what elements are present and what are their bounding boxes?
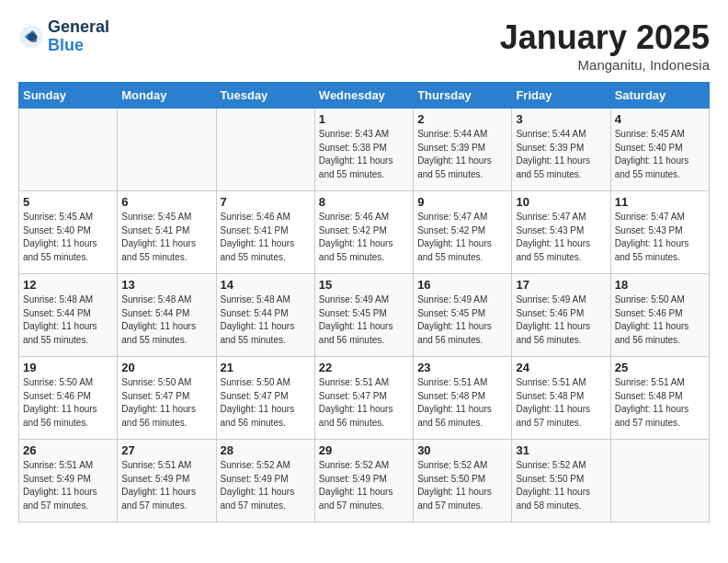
day-number: 11: [615, 195, 705, 209]
cell-info: Sunrise: 5:43 AM Sunset: 5:38 PM Dayligh…: [319, 128, 409, 181]
day-number: 25: [615, 361, 705, 374]
calendar-cell: 14Sunrise: 5:48 AM Sunset: 5:44 PM Dayli…: [216, 274, 314, 357]
day-number: 26: [23, 443, 113, 457]
week-row-4: 19Sunrise: 5:50 AM Sunset: 5:46 PM Dayli…: [19, 357, 710, 440]
calendar-subtitle: Manganitu, Indonesia: [500, 57, 710, 73]
weekday-header-monday: Monday: [118, 83, 216, 109]
day-number: 7: [221, 195, 311, 209]
calendar-cell: 19Sunrise: 5:50 AM Sunset: 5:46 PM Dayli…: [19, 357, 118, 440]
calendar-cell: 2Sunrise: 5:44 AM Sunset: 5:39 PM Daylig…: [414, 109, 512, 191]
calendar-cell: 7Sunrise: 5:46 AM Sunset: 5:41 PM Daylig…: [216, 191, 314, 274]
calendar-cell: 23Sunrise: 5:51 AM Sunset: 5:48 PM Dayli…: [414, 357, 512, 440]
cell-info: Sunrise: 5:49 AM Sunset: 5:45 PM Dayligh…: [417, 293, 507, 347]
day-number: 14: [221, 278, 311, 292]
cell-info: Sunrise: 5:47 AM Sunset: 5:42 PM Dayligh…: [417, 211, 507, 264]
day-number: 23: [417, 361, 507, 374]
cell-info: Sunrise: 5:51 AM Sunset: 5:47 PM Dayligh…: [319, 376, 409, 430]
calendar-table: SundayMondayTuesdayWednesdayThursdayFrid…: [18, 82, 710, 523]
title-block: January 2025 Manganitu, Indonesia: [500, 18, 710, 73]
logo: GeneralBlue: [18, 18, 109, 55]
calendar-cell: 22Sunrise: 5:51 AM Sunset: 5:47 PM Dayli…: [314, 357, 413, 440]
week-row-3: 12Sunrise: 5:48 AM Sunset: 5:44 PM Dayli…: [19, 274, 710, 357]
calendar-cell: 26Sunrise: 5:51 AM Sunset: 5:49 PM Dayli…: [19, 440, 118, 523]
logo-text: GeneralBlue: [48, 18, 109, 55]
day-number: 21: [221, 361, 311, 374]
cell-info: Sunrise: 5:48 AM Sunset: 5:44 PM Dayligh…: [23, 293, 113, 347]
calendar-cell: [118, 109, 216, 191]
calendar-cell: [19, 109, 118, 191]
cell-info: Sunrise: 5:51 AM Sunset: 5:48 PM Dayligh…: [417, 376, 507, 430]
calendar-cell: 27Sunrise: 5:51 AM Sunset: 5:49 PM Dayli…: [118, 440, 216, 523]
cell-info: Sunrise: 5:49 AM Sunset: 5:45 PM Dayligh…: [319, 293, 409, 347]
day-number: 17: [516, 278, 606, 292]
weekday-header-friday: Friday: [512, 83, 610, 109]
cell-info: Sunrise: 5:50 AM Sunset: 5:46 PM Dayligh…: [23, 376, 113, 430]
cell-info: Sunrise: 5:48 AM Sunset: 5:44 PM Dayligh…: [121, 293, 211, 347]
cell-info: Sunrise: 5:47 AM Sunset: 5:43 PM Dayligh…: [516, 211, 606, 264]
calendar-cell: 29Sunrise: 5:52 AM Sunset: 5:49 PM Dayli…: [314, 440, 413, 523]
week-row-1: 1Sunrise: 5:43 AM Sunset: 5:38 PM Daylig…: [19, 109, 710, 191]
logo-icon: [18, 24, 44, 50]
cell-info: Sunrise: 5:51 AM Sunset: 5:48 PM Dayligh…: [516, 376, 606, 430]
day-number: 31: [516, 443, 606, 457]
weekday-header-tuesday: Tuesday: [216, 83, 314, 109]
cell-info: Sunrise: 5:51 AM Sunset: 5:48 PM Dayligh…: [615, 376, 705, 430]
day-number: 1: [319, 112, 409, 126]
cell-info: Sunrise: 5:45 AM Sunset: 5:41 PM Dayligh…: [121, 211, 211, 264]
weekday-header-sunday: Sunday: [19, 83, 118, 109]
cell-info: Sunrise: 5:52 AM Sunset: 5:50 PM Dayligh…: [516, 459, 606, 512]
calendar-cell: 20Sunrise: 5:50 AM Sunset: 5:47 PM Dayli…: [118, 357, 216, 440]
day-number: 5: [23, 195, 113, 209]
calendar-cell: 8Sunrise: 5:46 AM Sunset: 5:42 PM Daylig…: [314, 191, 413, 274]
day-number: 18: [615, 278, 705, 292]
day-number: 6: [121, 195, 211, 209]
weekday-header-wednesday: Wednesday: [314, 83, 413, 109]
calendar-cell: 18Sunrise: 5:50 AM Sunset: 5:46 PM Dayli…: [610, 274, 709, 357]
weekday-header-row: SundayMondayTuesdayWednesdayThursdayFrid…: [19, 83, 710, 109]
calendar-cell: 21Sunrise: 5:50 AM Sunset: 5:47 PM Dayli…: [216, 357, 314, 440]
day-number: 9: [417, 195, 507, 209]
week-row-5: 26Sunrise: 5:51 AM Sunset: 5:49 PM Dayli…: [19, 440, 710, 523]
weekday-header-saturday: Saturday: [610, 83, 709, 109]
cell-info: Sunrise: 5:52 AM Sunset: 5:49 PM Dayligh…: [221, 459, 311, 512]
day-number: 28: [221, 443, 311, 457]
calendar-cell: 28Sunrise: 5:52 AM Sunset: 5:49 PM Dayli…: [216, 440, 314, 523]
calendar-cell: 24Sunrise: 5:51 AM Sunset: 5:48 PM Dayli…: [512, 357, 610, 440]
calendar-cell: 25Sunrise: 5:51 AM Sunset: 5:48 PM Dayli…: [610, 357, 709, 440]
day-number: 30: [417, 443, 507, 457]
calendar-cell: 6Sunrise: 5:45 AM Sunset: 5:41 PM Daylig…: [118, 191, 216, 274]
calendar-cell: 1Sunrise: 5:43 AM Sunset: 5:38 PM Daylig…: [314, 109, 413, 191]
cell-info: Sunrise: 5:49 AM Sunset: 5:46 PM Dayligh…: [516, 293, 606, 347]
day-number: 27: [121, 443, 211, 457]
calendar-cell: 4Sunrise: 5:45 AM Sunset: 5:40 PM Daylig…: [610, 109, 709, 191]
day-number: 4: [615, 112, 705, 126]
calendar-title: January 2025: [500, 18, 710, 57]
calendar-cell: 9Sunrise: 5:47 AM Sunset: 5:42 PM Daylig…: [414, 191, 512, 274]
day-number: 8: [319, 195, 409, 209]
cell-info: Sunrise: 5:52 AM Sunset: 5:50 PM Dayligh…: [417, 459, 507, 512]
day-number: 15: [319, 278, 409, 292]
cell-info: Sunrise: 5:51 AM Sunset: 5:49 PM Dayligh…: [23, 459, 113, 512]
weekday-header-thursday: Thursday: [414, 83, 512, 109]
calendar-cell: 10Sunrise: 5:47 AM Sunset: 5:43 PM Dayli…: [512, 191, 610, 274]
calendar-cell: 5Sunrise: 5:45 AM Sunset: 5:40 PM Daylig…: [19, 191, 118, 274]
calendar-cell: 16Sunrise: 5:49 AM Sunset: 5:45 PM Dayli…: [414, 274, 512, 357]
cell-info: Sunrise: 5:44 AM Sunset: 5:39 PM Dayligh…: [516, 128, 606, 181]
day-number: 29: [319, 443, 409, 457]
calendar-cell: 31Sunrise: 5:52 AM Sunset: 5:50 PM Dayli…: [512, 440, 610, 523]
calendar-cell: 3Sunrise: 5:44 AM Sunset: 5:39 PM Daylig…: [512, 109, 610, 191]
calendar-cell: 15Sunrise: 5:49 AM Sunset: 5:45 PM Dayli…: [314, 274, 413, 357]
cell-info: Sunrise: 5:52 AM Sunset: 5:49 PM Dayligh…: [319, 459, 409, 512]
day-number: 20: [121, 361, 211, 374]
day-number: 10: [516, 195, 606, 209]
week-row-2: 5Sunrise: 5:45 AM Sunset: 5:40 PM Daylig…: [19, 191, 710, 274]
calendar-cell: 12Sunrise: 5:48 AM Sunset: 5:44 PM Dayli…: [19, 274, 118, 357]
day-number: 16: [417, 278, 507, 292]
day-number: 24: [516, 361, 606, 374]
cell-info: Sunrise: 5:50 AM Sunset: 5:46 PM Dayligh…: [615, 293, 705, 347]
calendar-cell: [216, 109, 314, 191]
cell-info: Sunrise: 5:51 AM Sunset: 5:49 PM Dayligh…: [121, 459, 211, 512]
cell-info: Sunrise: 5:46 AM Sunset: 5:42 PM Dayligh…: [319, 211, 409, 264]
cell-info: Sunrise: 5:50 AM Sunset: 5:47 PM Dayligh…: [121, 376, 211, 430]
calendar-cell: 30Sunrise: 5:52 AM Sunset: 5:50 PM Dayli…: [414, 440, 512, 523]
